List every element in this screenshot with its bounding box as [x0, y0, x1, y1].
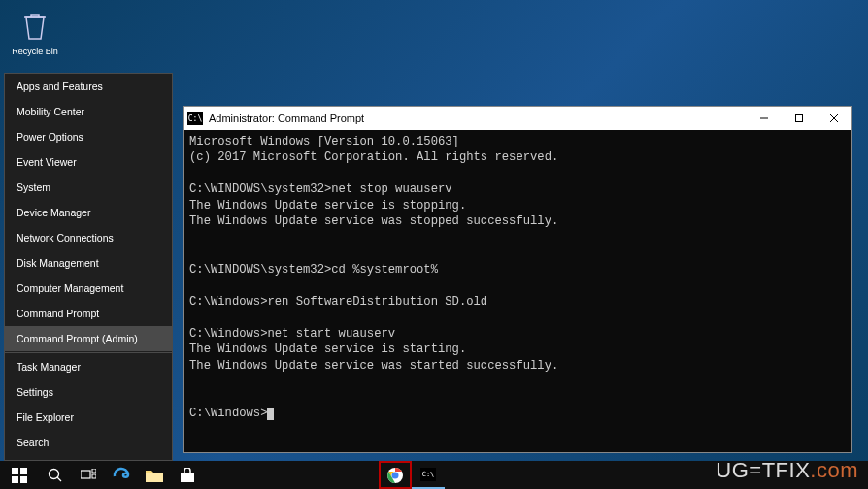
search-icon[interactable] — [39, 461, 72, 489]
svg-rect-4 — [12, 468, 18, 474]
svg-line-9 — [57, 477, 61, 481]
svg-point-16 — [392, 472, 399, 478]
svg-rect-12 — [92, 474, 96, 478]
menu-item-system[interactable]: System — [5, 175, 172, 200]
menu-item-settings[interactable]: Settings — [5, 379, 172, 405]
menu-item-mobility-center[interactable]: Mobility Center — [5, 99, 172, 124]
store-icon[interactable] — [171, 461, 204, 489]
file-explorer-icon[interactable] — [138, 461, 171, 489]
maximize-button[interactable] — [782, 107, 817, 130]
menu-item-network-connections[interactable]: Network Connections — [5, 225, 172, 250]
menu-item-computer-management[interactable]: Computer Management — [5, 276, 172, 301]
window-title: Administrator: Command Prompt — [209, 113, 747, 124]
start-button[interactable] — [0, 461, 39, 489]
menu-item-event-viewer[interactable]: Event Viewer — [5, 149, 172, 175]
menu-separator — [5, 352, 172, 353]
svg-rect-10 — [81, 471, 90, 478]
close-button[interactable] — [817, 107, 851, 130]
menu-item-command-prompt-admin-[interactable]: Command Prompt (Admin) — [5, 326, 172, 351]
menu-item-file-explorer[interactable]: File Explorer — [5, 405, 172, 430]
svg-rect-14 — [181, 473, 194, 482]
menu-item-task-manager[interactable]: Task Manager — [5, 354, 172, 379]
menu-item-search[interactable]: Search — [5, 430, 172, 455]
recycle-bin[interactable]: Recycle Bin — [12, 8, 58, 56]
menu-item-power-options[interactable]: Power Options — [5, 124, 172, 149]
svg-rect-5 — [20, 468, 27, 474]
edge-icon[interactable] — [105, 461, 138, 489]
menu-item-disk-management[interactable]: Disk Management — [5, 250, 172, 276]
recycle-bin-icon — [17, 8, 53, 45]
recycle-bin-label: Recycle Bin — [12, 47, 58, 56]
terminal-output[interactable]: Microsoft Windows [Version 10.0.15063] (… — [184, 130, 851, 452]
cmd-window[interactable]: C:\ Administrator: Command Prompt Micros… — [183, 106, 852, 453]
cmd-app-icon: C:\ — [187, 112, 203, 125]
svg-rect-1 — [796, 115, 803, 122]
svg-rect-6 — [12, 476, 18, 483]
cmd-taskbar-icon[interactable]: C:\ — [412, 461, 445, 489]
svg-rect-7 — [20, 476, 27, 483]
taskbar: C:\ — [0, 461, 868, 489]
svg-rect-11 — [92, 469, 96, 473]
chrome-icon[interactable] — [379, 461, 412, 489]
svg-rect-13 — [146, 473, 163, 482]
power-user-menu: Apps and FeaturesMobility CenterPower Op… — [4, 73, 173, 461]
titlebar[interactable]: C:\ Administrator: Command Prompt — [184, 107, 851, 130]
minimize-button[interactable] — [747, 107, 782, 130]
task-view-icon[interactable] — [72, 461, 105, 489]
menu-item-device-manager[interactable]: Device Manager — [5, 200, 172, 225]
menu-item-command-prompt[interactable]: Command Prompt — [5, 301, 172, 326]
menu-item-apps-and-features[interactable]: Apps and Features — [5, 74, 172, 99]
